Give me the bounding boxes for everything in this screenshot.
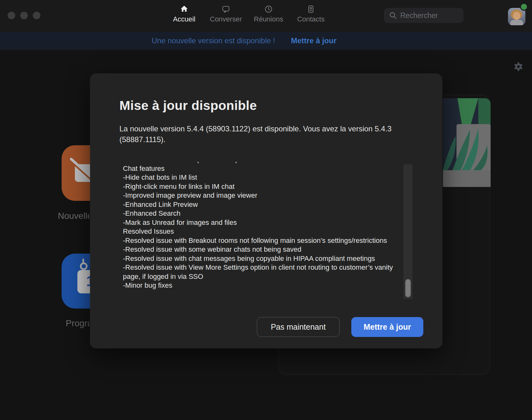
search-placeholder: Rechercher [400, 11, 438, 20]
tab-contacts-label: Contacts [290, 15, 331, 23]
contact-card-icon [307, 5, 315, 13]
release-note-line: -Right-click menu for links in IM chat [123, 182, 395, 191]
tab-chat-label: Converser [205, 15, 246, 23]
release-note-line: -Resolved issue with Breakout rooms not … [123, 236, 395, 245]
search-icon [389, 11, 397, 20]
plant-illustration [443, 98, 491, 187]
release-notes-scrollbar-thumb[interactable] [405, 279, 411, 297]
release-note-line: -Resolved issue with chat messages being… [123, 254, 395, 263]
update-banner: Une nouvelle version est disponible ! Me… [0, 32, 532, 50]
window-zoom-button[interactable] [33, 12, 40, 19]
not-now-button[interactable]: Pas maintenant [257, 317, 340, 337]
update-banner-message: Une nouvelle version est disponible ! [152, 32, 275, 50]
settings-gear-icon[interactable] [514, 62, 523, 71]
zoom-app-window: Nouvelle réunion 1 Programmer Accueil [0, 0, 532, 420]
release-notes-scroll-area[interactable]: Online features in 5.4.4 (58903.1122) cl… [123, 162, 401, 299]
update-dialog: Mise à jour disponible La nouvelle versi… [90, 74, 442, 348]
home-icon [180, 5, 188, 13]
chat-bubble-icon [222, 5, 230, 13]
release-notes-list: Chat features-Hide chat bots in IM list-… [123, 164, 401, 290]
release-notes-scrollbar-track[interactable] [403, 164, 413, 299]
title-bar: Accueil Converser Réunions Contacts [0, 0, 532, 32]
release-note-line: -Hide chat bots in IM list [123, 173, 395, 182]
release-note-line: Resolved Issues [123, 227, 395, 236]
tab-home[interactable]: Accueil [164, 5, 205, 23]
tab-chat[interactable]: Converser [205, 5, 246, 23]
tab-contacts[interactable]: Contacts [290, 5, 331, 23]
clock-icon [264, 5, 273, 13]
new-meeting-label: Nouvelle réunion [58, 211, 89, 223]
tab-home-label: Accueil [164, 15, 205, 23]
schedule-label: Programmer [66, 318, 89, 330]
dialog-title: Mise à jour disponible [119, 98, 257, 113]
update-button[interactable]: Mettre à jour [351, 317, 423, 337]
release-note-line: -Enhanced Search [123, 209, 395, 218]
tab-meetings-label: Réunions [248, 15, 289, 23]
release-note-line: -Minor bug fixes [123, 281, 395, 290]
release-note-line: -Resolved issue with some webinar chats … [123, 245, 395, 254]
window-close-button[interactable] [8, 12, 15, 19]
release-notes-clipped-line: Online features in 5.4.4 (58903.1122) cl… [123, 162, 401, 164]
dialog-body-text: La nouvelle version 5.4.4 (58903.1122) e… [119, 123, 420, 145]
window-minimize-button[interactable] [20, 12, 28, 19]
release-note-line: -Mark as Unread for images and files [123, 218, 395, 227]
release-note-line: -Enhanced Link Preview [123, 200, 395, 209]
tab-meetings[interactable]: Réunions [248, 5, 289, 23]
update-banner-link[interactable]: Mettre à jour [291, 32, 336, 50]
release-note-line: -Improved image preview and image viewer [123, 191, 395, 200]
release-note-line: -Resolved issue with View More Settings … [123, 263, 395, 281]
presence-indicator [520, 3, 528, 11]
release-note-line: Chat features [123, 164, 395, 173]
search-input[interactable]: Rechercher [384, 8, 463, 23]
calendar-ring-icon [80, 262, 88, 270]
